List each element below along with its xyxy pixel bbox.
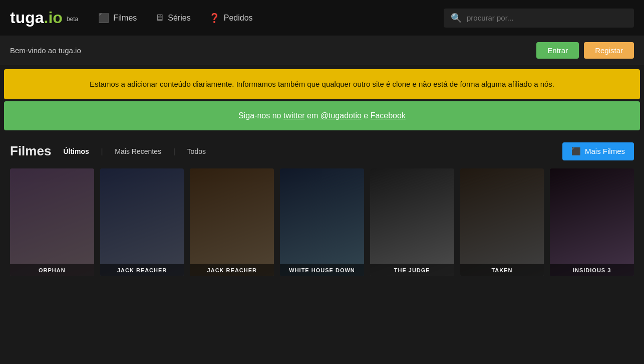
tugadotio-link[interactable]: @tugadotio [320,111,362,120]
monitor-icon: 🖥 [155,13,164,23]
registar-button[interactable]: Registar [584,42,634,59]
beta-badge: beta [67,16,78,23]
film-card[interactable]: JACK REACHER [100,168,184,276]
film-poster: JACK REACHER [100,168,184,276]
logo-text: tuga.io [10,9,63,27]
search-icon: 🔍 [451,13,462,24]
film-title-label: JACK REACHER [100,264,184,276]
social-prefix: Siga-nos no [238,111,283,120]
welcome-bar: Bem-vindo ao tuga.io Entrar Registar [0,36,644,65]
films-grid: ORPHANJACK REACHERJACK REACHERWHITE HOUS… [10,168,634,276]
twitter-link[interactable]: twitter [283,111,305,120]
films-section: Filmes Últimos | Mais Recentes | Todos ⬛… [0,134,644,276]
nav-filmes[interactable]: ⬛ Filmes [98,13,137,24]
social-connector: e [362,111,371,120]
filter-ultimos[interactable]: Últimos [60,146,92,157]
logo-io: .io [44,9,63,27]
film-poster: ORPHAN [10,168,94,276]
filter-mais-recentes[interactable]: Mais Recentes [112,146,164,157]
film-title-label: WHITE HOUSE DOWN [280,264,364,276]
films-header: Filmes Últimos | Mais Recentes | Todos ⬛… [10,142,634,160]
mais-filmes-icon: ⬛ [571,147,581,156]
film-title-label: JACK REACHER [190,264,274,276]
mais-filmes-label: Mais Filmes [585,147,625,155]
filter-sep-2: | [173,147,175,155]
header-left: tuga.io beta ⬛ Filmes 🖥 Séries ❓ Pedidos [10,9,253,27]
nav-pedidos[interactable]: ❓ Pedidos [209,13,253,24]
film-card[interactable]: TAKEN [460,168,544,276]
nav-series-label: Séries [168,14,190,23]
logo[interactable]: tuga.io beta [10,9,78,27]
nav-series[interactable]: 🖥 Séries [155,13,190,23]
nav-pedidos-label: Pedidos [224,14,253,23]
film-card[interactable]: ORPHAN [10,168,94,276]
facebook-link[interactable]: Facebook [371,111,406,120]
search-input[interactable] [467,14,627,22]
film-card[interactable]: WHITE HOUSE DOWN [280,168,364,276]
social-banner: Siga-nos no twitter em @tugadotio e Face… [4,101,640,130]
film-poster: WHITE HOUSE DOWN [280,168,364,276]
films-title-area: Filmes Últimos | Mais Recentes | Todos [10,143,209,159]
auth-buttons: Entrar Registar [536,42,634,59]
social-middle: em [305,111,320,120]
film-poster: THE JUDGE [370,168,454,276]
question-icon: ❓ [209,13,220,24]
mais-filmes-button[interactable]: ⬛ Mais Filmes [562,142,634,160]
search-area: 🔍 [444,9,634,28]
film-title-label: THE JUDGE [370,264,454,276]
header: tuga.io beta ⬛ Filmes 🖥 Séries ❓ Pedidos… [0,0,644,36]
nav-filmes-label: Filmes [113,14,137,23]
film-title-label: INSIDIOUS 3 [550,264,634,276]
film-poster: INSIDIOUS 3 [550,168,634,276]
film-title-label: ORPHAN [10,264,94,276]
film-poster: JACK REACHER [190,168,274,276]
welcome-text: Bem-vindo ao tuga.io [10,46,81,55]
main-nav: ⬛ Filmes 🖥 Séries ❓ Pedidos [98,13,252,24]
filter-todos[interactable]: Todos [184,146,209,157]
entrar-button[interactable]: Entrar [536,42,579,59]
film-card[interactable]: JACK REACHER [190,168,274,276]
logo-tuga: tuga [10,9,44,27]
alert-text: Estamos a adicionar conteúdo diariamente… [90,80,554,88]
film-icon: ⬛ [98,13,109,24]
films-title: Filmes [10,143,51,159]
film-card[interactable]: THE JUDGE [370,168,454,276]
film-title-label: TAKEN [460,264,544,276]
film-poster: TAKEN [460,168,544,276]
filter-sep-1: | [101,147,103,155]
alert-banner: Estamos a adicionar conteúdo diariamente… [4,69,640,99]
film-card[interactable]: INSIDIOUS 3 [550,168,634,276]
